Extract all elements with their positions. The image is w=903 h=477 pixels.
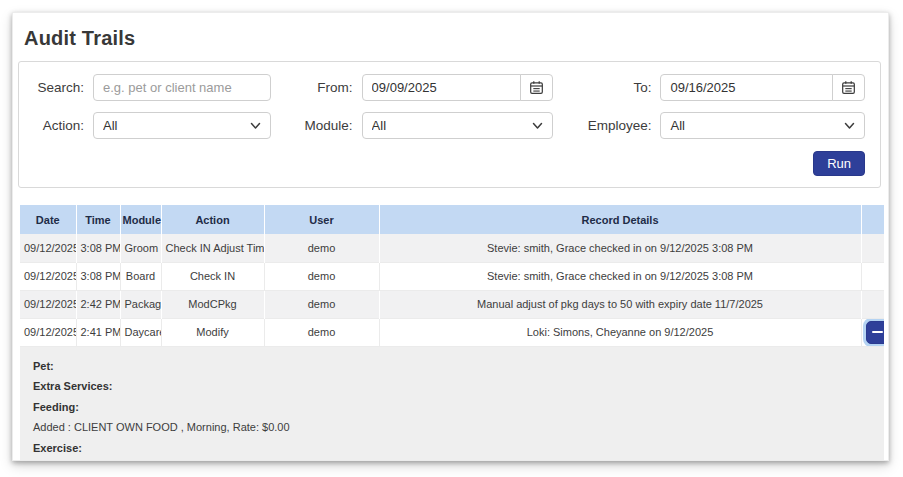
- cell-expander: [861, 262, 884, 290]
- cell-expander: [861, 290, 884, 318]
- cell-date: 09/12/2025: [20, 318, 76, 346]
- calendar-icon: [529, 80, 544, 95]
- search-input[interactable]: [93, 74, 271, 101]
- cell-date: 09/12/2025: [20, 290, 76, 318]
- cell-user: demo: [264, 290, 379, 318]
- column-header-user: User: [264, 205, 379, 234]
- cell-action: ModCPkg: [161, 290, 264, 318]
- cell-user: demo: [264, 318, 379, 346]
- detail-line-pet: Pet:: [33, 360, 874, 372]
- cell-action: Modify: [161, 318, 264, 346]
- cell-time: 3:08 PM: [76, 262, 120, 290]
- action-select[interactable]: All: [93, 112, 271, 139]
- module-select[interactable]: All: [362, 112, 554, 139]
- cell-user: demo: [264, 234, 379, 262]
- cell-record-details: Manual adjust of pkg days to 50 with exp…: [379, 290, 861, 318]
- column-header-module: Module: [120, 205, 161, 234]
- cell-user: demo: [264, 262, 379, 290]
- detail-line-extra-services: Extra Services:: [33, 380, 874, 392]
- from-date-group: From:: [301, 74, 554, 101]
- cell-time: 2:41 PM: [76, 318, 120, 346]
- module-label: Module:: [301, 118, 353, 133]
- table-header: Date Time Module Action User Record Deta…: [20, 205, 884, 234]
- to-calendar-button[interactable]: [832, 74, 865, 101]
- cell-module: Packages: [120, 290, 161, 318]
- column-header-time: Time: [76, 205, 120, 234]
- cell-module: Board: [120, 262, 161, 290]
- cell-action: Check IN: [161, 262, 264, 290]
- cell-record-details: Stevie: smith, Grace checked in on 9/12/…: [379, 234, 861, 262]
- cell-action: Check IN Adjust Times: [161, 234, 264, 262]
- column-header-record-details: Record Details: [379, 205, 861, 234]
- employee-filter-group: Employee: All: [583, 112, 865, 139]
- table-row: 09/12/2025 3:08 PM Board Check IN demo S…: [20, 262, 884, 290]
- to-label: To:: [583, 80, 651, 95]
- table-row-expanded: 09/12/2025 2:41 PM Daycare Modify demo L…: [20, 318, 884, 346]
- action-label: Action:: [32, 118, 84, 133]
- module-filter-group: Module: All: [301, 112, 554, 139]
- cell-module: Daycare: [120, 318, 161, 346]
- detail-line-feeding-added: Added : CLIENT OWN FOOD , Morning, Rate:…: [33, 421, 874, 433]
- audit-trails-card: Audit Trails Search: From:: [12, 12, 889, 461]
- collapse-row-button[interactable]: [866, 321, 885, 344]
- cell-expander: [861, 234, 884, 262]
- to-date-group: To:: [583, 74, 865, 101]
- column-header-expander: [861, 205, 884, 234]
- cell-expander: [861, 318, 884, 346]
- detail-line-exercise: Exercise:: [33, 442, 874, 454]
- to-date-input[interactable]: [660, 74, 833, 101]
- cell-time: 3:08 PM: [76, 234, 120, 262]
- employee-label: Employee:: [583, 118, 651, 133]
- column-header-action: Action: [161, 205, 264, 234]
- calendar-icon: [841, 80, 856, 95]
- cell-record-details: Loki: Simons, Cheyanne on 9/12/2025: [379, 318, 861, 346]
- search-field-group: Search:: [32, 74, 271, 101]
- cell-module: Groom: [120, 234, 161, 262]
- page-title: Audit Trails: [24, 27, 877, 50]
- audit-table: Date Time Module Action User Record Deta…: [20, 205, 884, 461]
- action-filter-group: Action: All: [32, 112, 271, 139]
- expanded-detail-row: Pet: Extra Services: Feeding: Added : CL…: [20, 346, 884, 461]
- run-button[interactable]: Run: [813, 151, 865, 176]
- table-row: 09/12/2025 2:42 PM Packages ModCPkg demo…: [20, 290, 884, 318]
- column-header-date: Date: [20, 205, 76, 234]
- minus-icon: [872, 331, 883, 334]
- from-label: From:: [301, 80, 353, 95]
- cell-date: 09/12/2025: [20, 262, 76, 290]
- cell-record-details: Stevie: smith, Grace checked in on 9/12/…: [379, 262, 861, 290]
- cell-date: 09/12/2025: [20, 234, 76, 262]
- detail-line-feeding: Feeding:: [33, 401, 874, 413]
- cell-time: 2:42 PM: [76, 290, 120, 318]
- employee-select[interactable]: All: [660, 112, 865, 139]
- search-label: Search:: [32, 80, 84, 95]
- from-date-input[interactable]: [362, 74, 522, 101]
- from-calendar-button[interactable]: [520, 74, 553, 101]
- table-row: 09/12/2025 3:08 PM Groom Check IN Adjust…: [20, 234, 884, 262]
- filter-panel: Search: From:: [18, 61, 881, 188]
